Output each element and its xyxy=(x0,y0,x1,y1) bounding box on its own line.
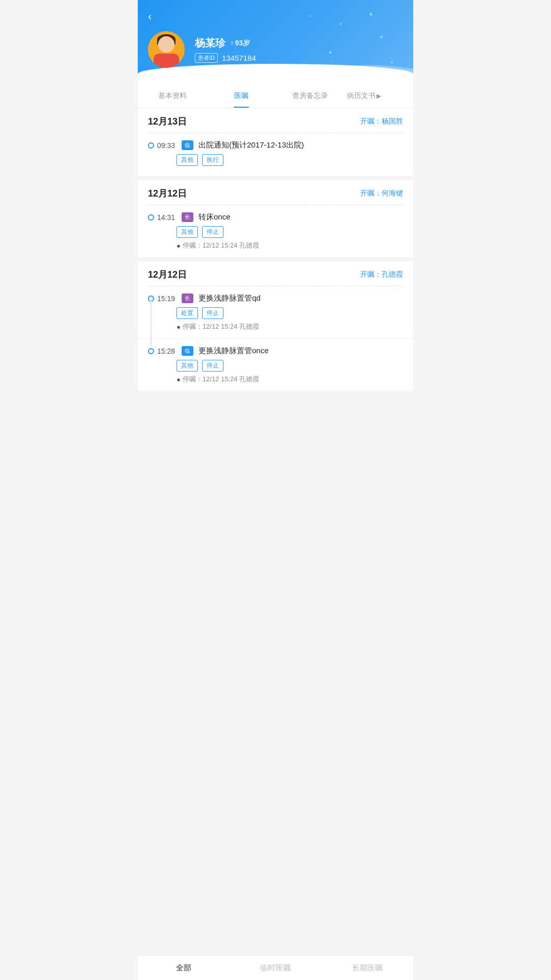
type-badge: 长 xyxy=(182,293,193,303)
avatar xyxy=(148,31,185,68)
doctor-label-1212b: 开嘱：孔德霞 xyxy=(360,270,403,279)
order-item: 14:31 长 转床once 其他 停止 ● 停嘱：12/12 15:24 孔德… xyxy=(138,205,413,257)
circle-icon xyxy=(148,214,154,220)
time-circle: 09:33 xyxy=(148,141,177,150)
tag-other[interactable]: 其他 xyxy=(177,360,198,372)
tab-medical-record[interactable]: 病历文书 ▶ xyxy=(344,84,413,108)
order-name: 出院通知(预计2017-12-13出院) xyxy=(198,140,403,150)
tags-row: 其他 停止 xyxy=(148,360,403,372)
order-time: 15:19 xyxy=(157,295,177,303)
timeline-line xyxy=(151,301,152,346)
patient-name-row: 杨某珍 ♀93岁 xyxy=(195,36,256,50)
tag-other[interactable]: 其他 xyxy=(177,154,198,166)
tag-stop[interactable]: 停止 xyxy=(202,307,223,319)
time-circle: 14:31 xyxy=(148,213,177,222)
date-header-1212b: 12月12日 开嘱：孔德霞 xyxy=(138,261,413,286)
tab-orders[interactable]: 医嘱 xyxy=(207,84,276,108)
tags-row: 其他 执行 xyxy=(148,154,403,166)
patient-id-value: 13457184 xyxy=(222,54,256,62)
header: ‹ 杨某珍 ♀93岁 患者ID 13457184 xyxy=(138,0,413,84)
tag-handle[interactable]: 处置 xyxy=(177,307,198,319)
circle-icon xyxy=(148,142,154,149)
main-content: 12月13日 开嘱：杨国胜 09:33 临 出院通知(预计2017-12-13出… xyxy=(138,108,413,465)
stop-info: ● 停嘱：12/12 15:24 孔德霞 xyxy=(148,375,403,384)
patient-id-label: 患者ID xyxy=(195,53,218,63)
doctor-label-1213: 开嘱：杨国胜 xyxy=(360,117,403,126)
tab-ward-memo[interactable]: 查房备忘录 xyxy=(276,84,344,108)
order-top: 15:19 长 更换浅静脉置管qd xyxy=(148,293,403,303)
tags-row: 处置 停止 xyxy=(148,307,403,319)
patient-id-row: 患者ID 13457184 xyxy=(195,53,256,63)
date-label-1213: 12月13日 xyxy=(148,115,187,128)
patient-info: 杨某珍 ♀93岁 患者ID 13457184 xyxy=(148,31,403,83)
order-name: 更换浅静脉置管once xyxy=(198,346,403,356)
order-top: 09:33 临 出院通知(预计2017-12-13出院) xyxy=(148,140,403,150)
order-item: 15:28 临 更换浅静脉置管once 其他 停止 ● 停嘱：12/12 15:… xyxy=(138,339,413,391)
order-top: 15:28 临 更换浅静脉置管once xyxy=(148,346,403,356)
order-item: 15:19 长 更换浅静脉置管qd 处置 停止 ● 停嘱：12/12 15:24… xyxy=(138,286,413,339)
stop-info: ● 停嘱：12/12 15:24 孔德霞 xyxy=(148,241,403,250)
patient-gender-age: ♀93岁 xyxy=(230,39,250,48)
type-badge: 临 xyxy=(182,346,193,356)
date-header-1212a: 12月12日 开嘱：何海键 xyxy=(138,180,413,205)
date-section-1212-b: 12月12日 开嘱：孔德霞 15:19 长 更换浅静脉置管qd 处置 停止 xyxy=(138,261,413,391)
date-label-1212a: 12月12日 xyxy=(148,187,187,200)
order-time: 14:31 xyxy=(157,213,177,222)
date-section-1213: 12月13日 开嘱：杨国胜 09:33 临 出院通知(预计2017-12-13出… xyxy=(138,108,413,176)
tab-bar: 基本资料 医嘱 查房备忘录 病历文书 ▶ xyxy=(138,84,413,108)
tag-stop[interactable]: 停止 xyxy=(202,226,223,238)
order-name: 更换浅静脉置管qd xyxy=(198,293,403,303)
time-circle: 15:28 xyxy=(148,347,177,355)
patient-details: 杨某珍 ♀93岁 患者ID 13457184 xyxy=(195,36,256,63)
order-name: 转床once xyxy=(198,212,403,222)
back-button[interactable]: ‹ xyxy=(148,10,152,23)
date-label-1212b: 12月12日 xyxy=(148,268,187,281)
tag-execute[interactable]: 执行 xyxy=(202,154,223,166)
tag-other[interactable]: 其他 xyxy=(177,226,198,238)
doctor-label-1212a: 开嘱：何海键 xyxy=(360,189,403,198)
tag-stop[interactable]: 停止 xyxy=(202,360,223,372)
circle-icon xyxy=(148,348,154,354)
type-badge: 临 xyxy=(182,140,193,150)
time-circle: 15:19 xyxy=(148,295,177,303)
order-item: 09:33 临 出院通知(预计2017-12-13出院) 其他 执行 xyxy=(138,133,413,176)
type-badge: 长 xyxy=(182,212,193,222)
date-header-1213: 12月13日 开嘱：杨国胜 xyxy=(138,108,413,133)
tags-row: 其他 停止 xyxy=(148,226,403,238)
order-top: 14:31 长 转床once xyxy=(148,212,403,222)
order-time: 09:33 xyxy=(157,141,177,150)
patient-name: 杨某珍 xyxy=(195,36,226,50)
tab-basic-info[interactable]: 基本资料 xyxy=(138,84,207,108)
stop-info: ● 停嘱：12/12 15:24 孔德霞 xyxy=(148,322,403,331)
date-section-1212-a: 12月12日 开嘱：何海键 14:31 长 转床once 其他 停止 ● 停嘱：… xyxy=(138,180,413,257)
order-time: 15:28 xyxy=(157,347,177,355)
